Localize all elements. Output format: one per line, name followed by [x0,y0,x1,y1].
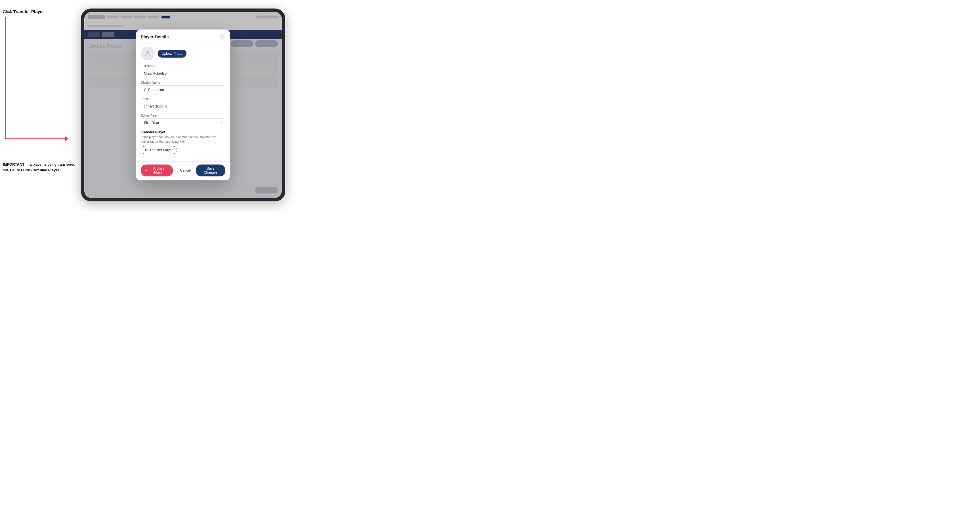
arrow-head [65,137,69,141]
full-name-input[interactable] [141,69,225,78]
modal-footer: ⏏ Archive Player Cancel Save Changes [136,161,230,180]
modal-body: Upload Photo Full Name Display Name [136,43,230,161]
save-changes-button[interactable]: Save Changes [196,165,225,176]
email-label: Email [141,97,225,101]
modal-header: Player Details × [136,30,230,43]
transfer-button-label: Transfer Player [150,148,173,152]
click-instruction: Click Transfer Player [3,8,80,14]
full-name-label: Full Name [141,64,225,68]
archive-player-button[interactable]: ⏏ Archive Player [141,165,173,176]
school-year-select[interactable]: Sixth Year First Year Second Year Third … [141,118,225,127]
arrow-vertical-line [5,17,6,139]
tablet-screen: Update Roster Player Details × [84,12,282,198]
svg-point-0 [146,52,148,54]
display-name-input[interactable] [141,86,225,94]
transfer-player-section: Transfer Player If this player has moved… [141,130,225,154]
tablet-device: Update Roster Player Details × [81,8,285,202]
avatar [141,47,154,60]
school-year-select-wrapper: Sixth Year First Year Second Year Third … [141,118,225,127]
modal-close-button[interactable]: × [219,33,225,40]
note-text-2: click [24,168,34,172]
arrow-annotation [5,17,70,159]
arrow-horizontal-line [5,138,68,139]
email-input[interactable] [141,102,225,111]
transfer-player-button[interactable]: ⟳ Transfer Player [141,146,177,154]
player-details-modal: Player Details × [136,30,230,180]
modal-overlay: Player Details × [84,12,282,198]
transfer-icon: ⟳ [145,148,148,152]
cancel-button[interactable]: Cancel [177,167,194,175]
display-name-group: Display Name [141,81,225,94]
bottom-instruction: IMPORTANT: If a player is being transfer… [3,162,78,173]
click-strong-label: Transfer Player [13,9,44,14]
archive-strong-label: Archive Player [33,168,59,172]
archive-icon: ⏏ [145,168,148,172]
upload-photo-row: Upload Photo [141,47,225,60]
do-not-label: DO NOT [10,168,24,172]
important-label: IMPORTANT [3,162,24,167]
email-group: Email [141,97,225,111]
display-name-label: Display Name [141,81,225,84]
transfer-section-label: Transfer Player [141,130,225,134]
close-icon: × [221,35,223,38]
modal-title: Player Details [141,34,169,39]
school-year-label: School Year [141,114,225,117]
upload-photo-button[interactable]: Upload Photo [158,50,186,57]
school-year-group: School Year Sixth Year First Year Second… [141,114,225,127]
click-prefix: Click [3,9,13,14]
transfer-section-description: If this player has moved to another scho… [141,135,225,144]
full-name-group: Full Name [141,64,225,78]
instructions-panel: Click Transfer Player [3,8,80,14]
archive-button-label: Archive Player [149,167,169,175]
